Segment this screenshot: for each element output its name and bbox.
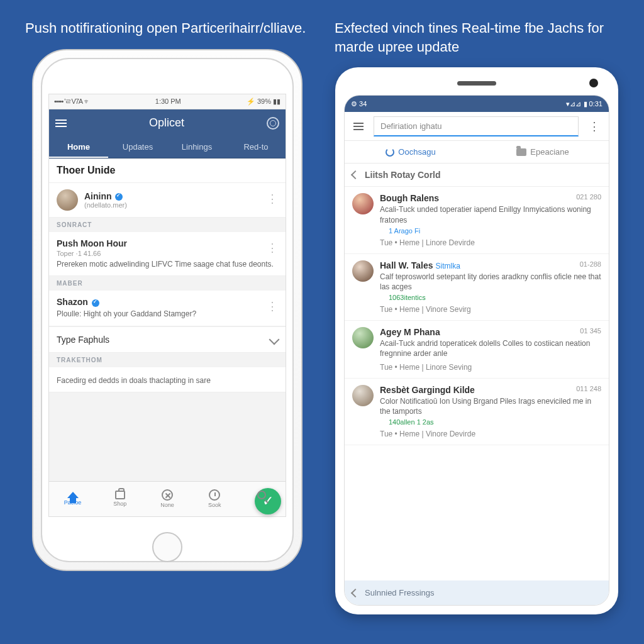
group-trakethom: TRAKETHOM (49, 353, 286, 367)
bag-icon (115, 491, 125, 499)
list-item[interactable]: Bough Ralens Acali-Tuck unded toperatier… (345, 187, 609, 253)
group-maber: MABER (49, 276, 286, 291)
item-subinfo: ▶1 Arago Fi (380, 227, 601, 235)
tab-updates[interactable]: Updates (108, 137, 167, 158)
content-tabs: Oochsagu Epeaciane (345, 141, 609, 164)
iphone-screen: ••••• 'ㄹV7A ᯤ 1:30 PM ⚡ 39% ▮▮ Oplicet H… (48, 94, 286, 517)
avatar[interactable] (352, 385, 374, 406)
home-icon (67, 492, 79, 498)
globe-icon[interactable] (267, 117, 279, 130)
android-status-bar: ⚙ 34 ▾⊿⊿ ▮ 0:31 (345, 96, 609, 112)
post-card[interactable]: ⋮ Shazon Ploulle: Hight oh your Gaddand … (49, 291, 286, 326)
navbar-title: Oplicet (149, 116, 184, 130)
tab-home[interactable]: Home (49, 137, 108, 158)
chevron-left-icon (351, 170, 360, 179)
list-footer[interactable]: Sulnnied Fressings (345, 580, 609, 605)
user-handle: (ndellato.mer) (84, 201, 127, 209)
badge-icon: ▶ (380, 228, 386, 234)
dropdown-label: Type Faphuls (57, 335, 109, 345)
badge-icon: ✓ (380, 419, 386, 425)
item-name: Resbèt Gargingd Kilde (380, 385, 601, 395)
avatar[interactable] (352, 260, 374, 282)
post-body: Prereken motic adwelinding LIFVC Time sa… (57, 260, 278, 270)
tab-epeaciane[interactable]: Epeaciane (477, 141, 609, 163)
type-dropdown[interactable]: Type Faphuls (49, 326, 286, 353)
close-circle-icon (162, 489, 173, 501)
item-message: Acail-Tuck andrid toperaticek dolells Co… (380, 338, 601, 358)
right-panel: Exfected vinch tines Real-time fbe Jachs… (328, 13, 625, 619)
tabbar-none[interactable]: None (143, 482, 191, 516)
tabbar-shop[interactable]: Shop (96, 482, 143, 516)
post-meta: Toper ·1 41.66 (57, 250, 278, 257)
menu-icon[interactable] (55, 119, 67, 127)
post-author: Shazon (57, 297, 278, 307)
list-item[interactable]: Resbèt Gargingd Kilde Color Notificatioū… (345, 379, 609, 445)
ios-status-bar: ••••• 'ㄹV7A ᯤ 1:30 PM ⚡ 39% ▮▮ (49, 94, 286, 109)
avatar[interactable] (352, 327, 374, 348)
home-button[interactable] (152, 532, 182, 562)
menu-icon[interactable] (348, 118, 369, 135)
list-item[interactable]: Agey M Phana Acail-Tuck andrid toperatic… (345, 321, 609, 378)
tab-oochsagu[interactable]: Oochsagu (345, 141, 477, 163)
iphone-frame: ••••• 'ㄹV7A ᯤ 1:30 PM ⚡ 39% ▮▮ Oplicet H… (32, 49, 303, 571)
earpiece-icon (457, 81, 496, 86)
item-name: Hall W. TalesSitmlka (380, 260, 601, 270)
avatar[interactable] (352, 193, 374, 214)
item-subinfo: ✓1063itentics (380, 294, 601, 301)
android-screen: ⚙ 34 ▾⊿⊿ ▮ 0:31 Defiriation ighatu ⋮ Ooc… (344, 95, 609, 606)
left-caption: Push notifirationing open Particerihairr… (19, 13, 316, 49)
refresh-icon (386, 148, 394, 157)
app-navbar: Oplicet (49, 109, 286, 137)
tabbar-pacioe[interactable]: Pacioe (49, 482, 96, 516)
item-meta: Tue • Heme | Linore Seving (380, 363, 601, 372)
post-card[interactable]: ⋮ Push Moon Hour Toper ·1 41.66 Prereken… (49, 232, 286, 277)
right-caption: Exfected vinch tines Real-time fbe Jachs… (328, 13, 625, 67)
clock-icon (209, 489, 220, 501)
list-title: Liitsh Rotay Corld (365, 170, 441, 180)
post-body: Ploulle: Hight oh your Gaddand Stamger? (57, 309, 278, 319)
user-name: Aininn (84, 191, 127, 201)
post-title: Push Moon Hour (57, 238, 278, 248)
avatar[interactable] (57, 189, 78, 211)
chevron-left-icon (351, 589, 360, 597)
more-icon[interactable]: ⋮ (267, 299, 278, 313)
carrier-signal: ••••• 'ㄹV7A ᯤ (54, 97, 90, 106)
status-time: 1:30 PM (155, 97, 181, 105)
message-list[interactable]: Bough Ralens Acali-Tuck unded toperatier… (345, 187, 609, 580)
list-header[interactable]: Liitsh Rotay Corld (345, 164, 609, 187)
more-icon[interactable]: ⋮ (267, 192, 278, 206)
bottom-tabbar: Pacioe Shop None Sook App (49, 481, 286, 516)
feed-scroll[interactable]: Thoer Unide ⋮ Aininn (ndellato.mer) SONR… (49, 158, 286, 481)
verified-icon (115, 193, 123, 201)
item-meta: Tue • Heme | Linore Devirde (380, 238, 601, 247)
android-frame: ⚙ 34 ▾⊿⊿ ▮ 0:31 Defiriation ighatu ⋮ Ooc… (335, 67, 618, 614)
item-message: Color Notificatioū Ion Using Brgand Pile… (380, 396, 601, 416)
left-panel: Push notifirationing open Particerihairr… (19, 13, 316, 619)
status-left: ⚙ 34 (351, 100, 367, 108)
more-icon[interactable]: ⋮ (267, 241, 278, 255)
item-name: Agey M Phana (380, 327, 601, 337)
top-tabs: Home Updates Linhings Red-to (49, 137, 286, 158)
post-body: Facedirg ed dedds in doals thaclapting i… (57, 376, 278, 386)
user-card[interactable]: ⋮ Aininn (ndellato.mer) (49, 183, 286, 218)
post-card[interactable]: Facedirg ed dedds in doals thaclapting i… (49, 367, 286, 393)
folder-icon (516, 148, 526, 156)
tab-redto[interactable]: Red-to (226, 137, 286, 158)
status-right: ▾⊿⊿ ▮ 0:31 (566, 100, 602, 108)
item-time: 011 248 (576, 385, 601, 392)
search-input[interactable]: Defiriation ighatu (374, 116, 579, 136)
status-battery: ⚡ 39% ▮▮ (247, 97, 280, 106)
front-camera-icon (589, 79, 598, 87)
tab-linhings[interactable]: Linhings (167, 137, 226, 158)
overflow-icon[interactable]: ⋮ (584, 114, 605, 138)
verified-icon (92, 299, 99, 307)
list-item[interactable]: Hall W. TalesSitmlka Calf teprosworld se… (345, 254, 609, 321)
section-title: Thoer Unide (49, 158, 286, 183)
item-time: 01 345 (580, 327, 601, 335)
item-meta: Tue • Heme | Vinore Sevirg (380, 305, 601, 314)
badge-icon: ✓ (380, 294, 386, 301)
app-bar: Defiriation ighatu ⋮ (345, 112, 609, 141)
footer-label: Sulnnied Fressings (365, 588, 435, 597)
item-name: Bough Ralens (380, 193, 601, 203)
tabbar-sook[interactable]: Sook (191, 482, 238, 516)
